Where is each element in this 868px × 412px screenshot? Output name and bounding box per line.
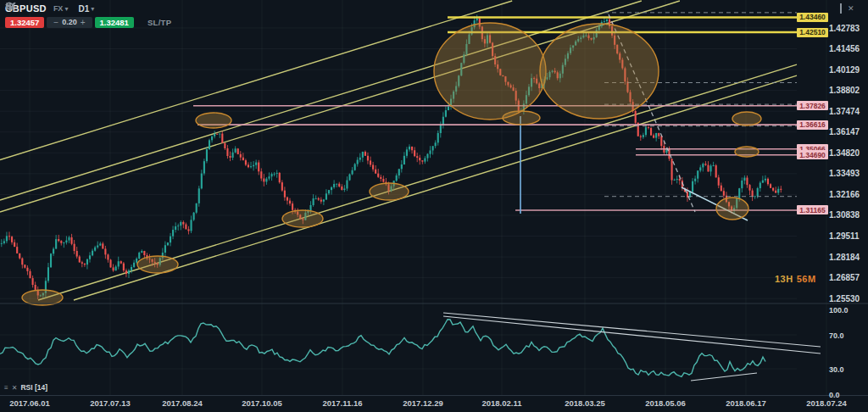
date-label: 2018.06.17 bbox=[726, 398, 766, 408]
close-icon[interactable]: ✕ bbox=[12, 384, 18, 392]
rsi-scale-label: 70.0 bbox=[829, 331, 844, 340]
rsi-indicator-tag: ≡ ✕ RSI [14] bbox=[4, 383, 47, 392]
timeframe-label[interactable]: D1 bbox=[78, 4, 89, 14]
price-tick-label: 1.29511 bbox=[829, 231, 868, 241]
restore-window-icon[interactable] bbox=[840, 4, 842, 13]
spread-plus-button[interactable]: + bbox=[77, 18, 89, 27]
rsi-scale-label: 0.0 bbox=[829, 391, 840, 399]
rsi-scale-label: 30.0 bbox=[829, 365, 844, 374]
price-alert-badge[interactable]: 1.31165 bbox=[797, 205, 828, 214]
crosshair-move-icon[interactable] bbox=[257, 16, 270, 28]
zoom-in-icon[interactable] bbox=[238, 16, 252, 28]
price-tick-label: 1.32166 bbox=[829, 190, 868, 199]
chart-canvas[interactable] bbox=[0, 0, 868, 412]
price-alert-badge[interactable]: 1.37826 bbox=[797, 101, 828, 110]
price-tick-label: 1.42783 bbox=[829, 24, 868, 33]
date-label: 2017.10.05 bbox=[242, 398, 282, 408]
price-tick-label: 1.40129 bbox=[829, 65, 868, 75]
indicator-name[interactable]: RSI [14] bbox=[20, 383, 47, 392]
chevron-down-icon[interactable]: ▾ bbox=[91, 5, 94, 13]
market-label[interactable]: FX bbox=[53, 4, 64, 13]
spread-value: 0.20 bbox=[62, 18, 77, 26]
price-tick-label: 1.26857 bbox=[829, 273, 868, 282]
date-label: 2018.03.25 bbox=[565, 398, 605, 408]
price-tick-label: 1.38802 bbox=[829, 86, 868, 95]
zoom-out-icon[interactable] bbox=[220, 16, 233, 28]
price-tick-label: 1.30838 bbox=[829, 210, 868, 220]
price-alert-badge[interactable]: 1.43460 bbox=[797, 13, 828, 22]
spread-minus-button[interactable]: − bbox=[50, 18, 62, 27]
rsi-scale-label: 100.0 bbox=[829, 306, 849, 315]
indicator-sliders-icon[interactable] bbox=[201, 16, 214, 28]
chart-line-icon[interactable] bbox=[182, 16, 196, 28]
price-tick-label: 1.34820 bbox=[829, 148, 868, 158]
date-label: 2017.11.16 bbox=[322, 398, 362, 408]
date-label: 2018.07.24 bbox=[806, 398, 847, 408]
sltp-button[interactable]: SL/TP bbox=[147, 18, 171, 27]
buy-price-button[interactable]: 1.32481 bbox=[95, 17, 134, 28]
close-icon[interactable]: ✕ bbox=[848, 4, 854, 13]
price-tick-label: 1.41456 bbox=[829, 44, 868, 53]
window-controls: ✕ bbox=[834, 4, 854, 13]
spread-stepper: − 0.20 + bbox=[47, 17, 92, 28]
price-tick-label: 1.36147 bbox=[829, 127, 868, 136]
date-label: 2017.12.29 bbox=[403, 398, 443, 408]
trading-chart-window: GBPUSD FX ▾ D1 ▾ 1.32457 − 0.20 + 1.3248… bbox=[0, 0, 868, 412]
date-label: 2017.07.13 bbox=[90, 398, 131, 408]
price-tick-label: 1.33493 bbox=[829, 169, 868, 178]
menu-icon[interactable]: ≡ bbox=[4, 384, 8, 392]
date-label: 2017.08.24 bbox=[162, 398, 203, 408]
sell-price-button[interactable]: 1.32457 bbox=[5, 17, 44, 28]
price-alert-badge[interactable]: 1.36616 bbox=[797, 120, 828, 130]
chevron-down-icon[interactable]: ▾ bbox=[64, 5, 68, 13]
date-label: 2017.06.01 bbox=[9, 398, 50, 408]
price-alert-badge[interactable]: 1.34690 bbox=[797, 150, 828, 159]
price-tick-label: 1.28184 bbox=[829, 253, 868, 262]
date-label: 2018.05.06 bbox=[645, 398, 686, 408]
candle-countdown: 13H56M bbox=[775, 274, 816, 284]
chart-toolbar: GBPUSD FX ▾ D1 ▾ 1.32457 − 0.20 + 1.3248… bbox=[5, 2, 273, 29]
price-tick-label: 1.25530 bbox=[829, 294, 868, 303]
date-label: 2018.02.11 bbox=[481, 398, 521, 408]
price-tick-label: 1.37474 bbox=[829, 107, 868, 116]
price-alert-badge[interactable]: 1.42510 bbox=[797, 28, 828, 37]
